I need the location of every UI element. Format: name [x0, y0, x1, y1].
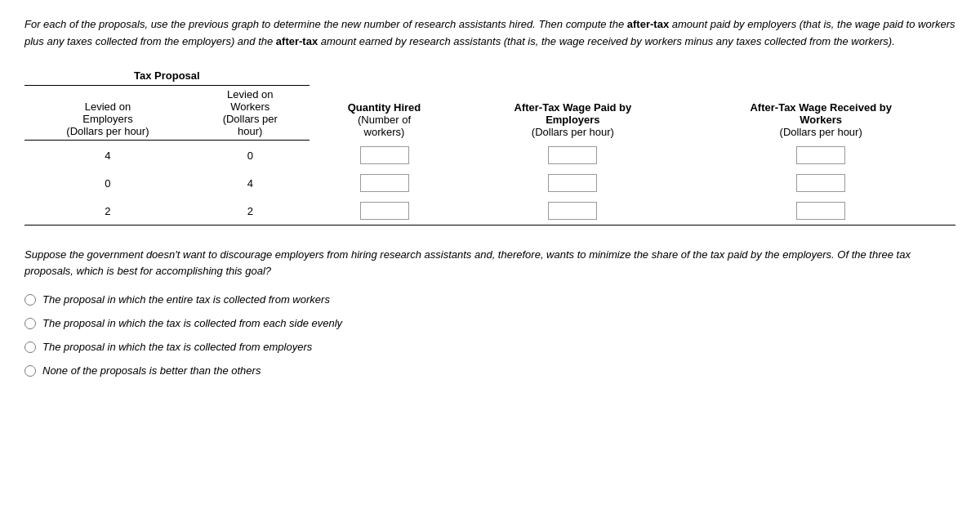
row1-quantity[interactable]: [310, 141, 460, 169]
table-row: 2 2: [24, 197, 956, 226]
levied-employers-header: Levied on Employers (Dollars per hour): [24, 85, 191, 140]
table-row: 4 0: [24, 141, 956, 169]
radio-option-3[interactable]: The proposal in which the tax is collect…: [24, 341, 956, 353]
main-table: Tax Proposal Quantity Hired (Number of w…: [24, 67, 956, 227]
after-tax-employers-input-1[interactable]: [548, 146, 597, 164]
radio-options-group: The proposal in which the entire tax is …: [24, 293, 956, 377]
table-row: 0 4: [24, 169, 956, 197]
table-wrapper: Tax Proposal Quantity Hired (Number of w…: [24, 67, 956, 227]
radio-input-4[interactable]: [24, 365, 36, 377]
radio-input-3[interactable]: [24, 342, 36, 353]
after-tax-workers-header: After-Tax Wage Received by Workers (Doll…: [686, 67, 956, 142]
row2-after-tax-workers[interactable]: [686, 169, 956, 197]
radio-option-2[interactable]: The proposal in which the tax is collect…: [24, 317, 956, 329]
row1-levied-workers: 0: [191, 141, 310, 169]
quantity-input-3[interactable]: [360, 202, 409, 220]
radio-option-1[interactable]: The proposal in which the entire tax is …: [24, 293, 956, 306]
radio-input-1[interactable]: [24, 294, 36, 306]
row2-levied-workers: 4: [191, 169, 310, 197]
after-tax-employers-header: After-Tax Wage Paid by Employers (Dollar…: [459, 67, 686, 142]
row2-quantity[interactable]: [310, 169, 460, 197]
row2-levied-employers: 0: [24, 169, 191, 197]
levied-workers-header: Levied on Workers (Dollars per hour): [191, 85, 310, 140]
row3-after-tax-workers[interactable]: [686, 197, 956, 226]
row1-levied-employers: 4: [24, 141, 191, 169]
after-tax-workers-input-1[interactable]: [796, 146, 845, 164]
row1-after-tax-employers[interactable]: [459, 141, 686, 169]
row3-quantity[interactable]: [310, 197, 460, 226]
row3-levied-workers: 2: [191, 197, 310, 226]
radio-input-2[interactable]: [24, 318, 36, 329]
after-tax-workers-input-2[interactable]: [796, 174, 845, 192]
row3-levied-employers: 2: [24, 197, 191, 226]
row2-after-tax-employers[interactable]: [459, 169, 686, 197]
after-tax-employers-input-3[interactable]: [548, 202, 597, 220]
tax-proposal-col-header: Tax Proposal: [24, 67, 310, 86]
row1-after-tax-workers[interactable]: [686, 141, 956, 169]
bottom-question-text: Suppose the government doesn't want to d…: [24, 247, 956, 281]
quantity-input-2[interactable]: [360, 174, 409, 192]
quantity-input-1[interactable]: [360, 146, 409, 164]
bottom-section: Suppose the government doesn't want to d…: [24, 247, 956, 377]
intro-paragraph: For each of the proposals, use the previ…: [24, 16, 956, 51]
after-tax-employers-input-2[interactable]: [548, 174, 597, 192]
after-tax-workers-input-3[interactable]: [796, 202, 845, 220]
radio-option-4[interactable]: None of the proposals is better than the…: [24, 364, 956, 377]
row3-after-tax-employers[interactable]: [459, 197, 686, 226]
quantity-hired-header: Quantity Hired (Number of workers): [310, 67, 460, 142]
